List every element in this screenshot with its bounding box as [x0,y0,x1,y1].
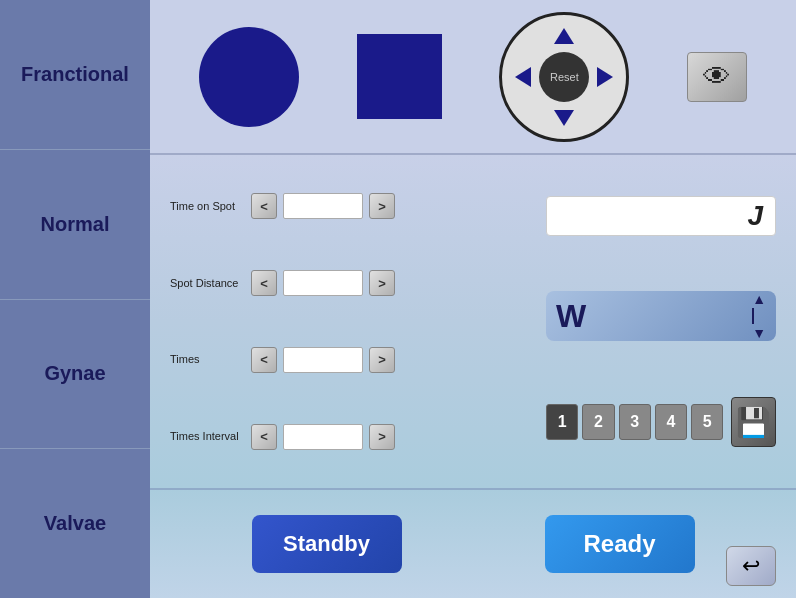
dpad-outer: Reset [499,12,629,142]
times-interval-decrement[interactable]: < [251,424,277,450]
sidebar-item-franctional[interactable]: Franctional [0,0,150,150]
dpad-right-button[interactable] [590,62,620,92]
w-down-button[interactable]: ▼ [752,326,766,340]
eye-icon: 👁 [703,60,731,93]
dpad-down-button[interactable] [549,103,579,133]
save-button[interactable]: 💾 [731,397,776,447]
num-button-3[interactable]: 3 [619,404,651,440]
ready-button[interactable]: Ready [545,515,695,573]
spot-distance-increment[interactable]: > [369,270,395,296]
main-content: Reset 👁 Time on Spot < > Spot Distanc [150,0,796,598]
controls-right: J W ▲ ▼ 1 2 3 [546,163,776,480]
w-up-button[interactable]: ▲ [752,292,766,306]
time-on-spot-row: Time on Spot < > [170,193,526,219]
dpad-up-button[interactable] [549,21,579,51]
times-row: Times < > [170,347,526,373]
num-button-2[interactable]: 2 [582,404,614,440]
arrow-right-icon [597,67,613,87]
dpad-reset-button[interactable]: Reset [539,52,589,102]
num-button-4[interactable]: 4 [655,404,687,440]
times-interval-increment[interactable]: > [369,424,395,450]
arrow-left-icon [515,67,531,87]
j-display: J [546,196,776,236]
time-on-spot-label: Time on Spot [170,200,245,213]
square-icon [357,34,442,119]
sidebar-item-valvae[interactable]: Valvae [0,449,150,598]
section-bottom: Standby Ready ↩ [150,488,796,598]
dpad-left-button[interactable] [508,62,538,92]
num-button-5[interactable]: 5 [691,404,723,440]
num-button-1[interactable]: 1 [546,404,578,440]
num-buttons-row: 1 2 3 4 5 💾 [546,397,776,447]
w-arrows: ▲ ▼ [752,292,766,340]
sidebar-item-gynae[interactable]: Gynae [0,300,150,450]
dpad-container: Reset [499,12,629,142]
times-label: Times [170,353,245,366]
spot-distance-label: Spot Distance [170,277,245,290]
times-interval-label: Times Interval [170,430,245,443]
spot-distance-row: Spot Distance < > [170,270,526,296]
time-on-spot-decrement[interactable]: < [251,193,277,219]
arrow-up-icon [554,28,574,44]
section-franctional: Reset 👁 [150,0,796,155]
spot-distance-decrement[interactable]: < [251,270,277,296]
arrow-down-icon [554,110,574,126]
sidebar-item-normal[interactable]: Normal [0,150,150,300]
spot-distance-input[interactable] [283,270,363,296]
times-increment[interactable]: > [369,347,395,373]
times-interval-row: Times Interval < > [170,424,526,450]
sidebar: Franctional Normal Gynae Valvae [0,0,150,598]
times-input[interactable] [283,347,363,373]
w-display: W ▲ ▼ [546,291,776,341]
back-button[interactable]: ↩ [726,546,776,586]
back-icon: ↩ [742,553,760,579]
circle-icon [199,27,299,127]
time-on-spot-increment[interactable]: > [369,193,395,219]
eye-button[interactable]: 👁 [687,52,747,102]
times-decrement[interactable]: < [251,347,277,373]
w-divider [752,308,754,324]
standby-button[interactable]: Standby [252,515,402,573]
section-middle: Time on Spot < > Spot Distance < > [150,155,796,488]
time-on-spot-input[interactable] [283,193,363,219]
controls-left: Time on Spot < > Spot Distance < > [170,163,526,480]
times-interval-input[interactable] [283,424,363,450]
w-label: W [556,298,586,335]
save-icon: 💾 [736,406,771,439]
